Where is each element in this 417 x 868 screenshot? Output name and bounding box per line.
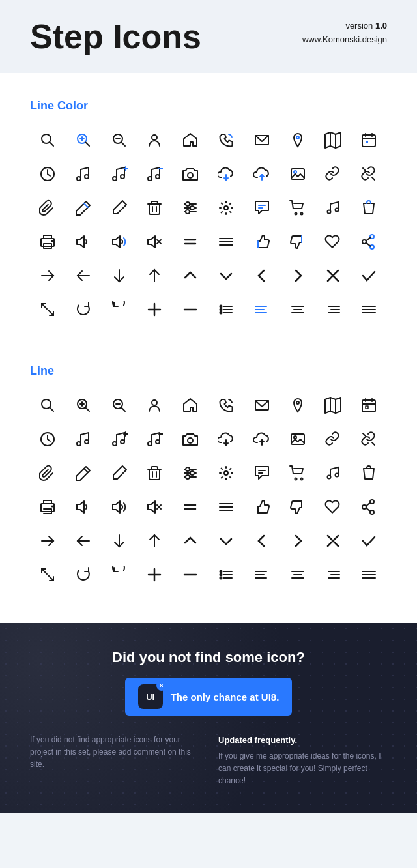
svg-rect-121	[366, 406, 368, 409]
arrow-left-icon	[66, 260, 101, 291]
svg-point-30	[188, 173, 193, 178]
badge-number: 8	[156, 680, 167, 691]
svg-point-34	[294, 171, 296, 173]
version-info: version 1.0 www.Komonski.design	[302, 20, 387, 47]
footer-cta: Did you not find some icon? UI 8 The onl…	[30, 649, 387, 716]
clock-icon	[30, 158, 65, 190]
svg-line-109	[121, 408, 125, 412]
trash2-icon	[137, 457, 172, 489]
svg-line-35	[363, 168, 366, 171]
phone-icon	[208, 124, 244, 156]
home2-icon	[173, 390, 208, 421]
heart2-icon	[315, 491, 351, 523]
svg-point-23	[113, 177, 117, 181]
footer-col-left: If you did not find appropriate icons fo…	[30, 734, 199, 787]
svg-point-111	[152, 400, 157, 405]
svg-line-173	[366, 502, 371, 506]
ui8-logo: UI 8	[138, 684, 163, 709]
share-icon	[351, 226, 386, 257]
close-icon	[315, 260, 351, 291]
check-icon	[351, 260, 386, 291]
svg-point-187	[220, 574, 222, 576]
svg-point-21	[77, 177, 81, 181]
cloud-upload2-icon	[244, 424, 280, 455]
thumbs-down-icon	[280, 226, 315, 257]
pen-icon	[102, 192, 137, 224]
menu2-icon	[208, 491, 244, 523]
search-icon	[30, 124, 65, 156]
sliders-icon	[173, 192, 208, 224]
music-minus2-icon	[137, 424, 172, 455]
svg-point-27	[148, 177, 152, 181]
svg-point-186	[220, 571, 222, 573]
svg-point-130	[156, 440, 160, 444]
plus2-icon	[137, 559, 172, 590]
svg-point-147	[190, 471, 194, 475]
svg-point-129	[148, 442, 152, 446]
equals-icon	[173, 226, 208, 257]
chat-icon	[244, 192, 280, 224]
svg-line-181	[42, 569, 47, 574]
calendar2-icon	[351, 390, 386, 421]
footer-right-title: Updated frequently.	[218, 734, 387, 747]
footer-cta-title: Did you not find some icon?	[30, 649, 387, 666]
attach2-icon	[30, 457, 65, 489]
list-icon	[208, 294, 244, 325]
location-icon	[280, 124, 315, 156]
clock2-icon	[30, 424, 65, 455]
map2-icon	[315, 390, 351, 421]
align-right-icon	[315, 294, 351, 325]
svg-rect-33	[291, 169, 304, 179]
svg-line-105	[85, 408, 89, 412]
svg-line-72	[366, 242, 371, 246]
footer-bottom: If you did not find appropriate icons fo…	[30, 734, 387, 787]
plus-icon	[137, 294, 172, 325]
svg-point-124	[85, 440, 89, 444]
check2-icon	[351, 525, 386, 557]
chevron-right2-icon	[280, 525, 315, 557]
svg-point-45	[190, 206, 194, 210]
svg-point-136	[294, 436, 296, 439]
music-note-icon	[315, 192, 351, 224]
svg-point-53	[336, 209, 339, 212]
camera-icon	[173, 158, 208, 190]
svg-line-7	[121, 143, 125, 147]
calendar-icon	[351, 124, 386, 156]
svg-line-79	[42, 304, 47, 309]
align-center2-icon	[280, 559, 315, 590]
icon-grid-color	[30, 124, 387, 325]
footer-badge[interactable]: UI 8 The only chance at UI8.	[125, 678, 293, 716]
svg-rect-15	[362, 135, 375, 147]
thumbs-up-icon	[244, 226, 280, 257]
chevron-up-icon	[173, 260, 208, 291]
svg-line-138	[372, 442, 375, 445]
svg-line-37	[84, 203, 88, 207]
refresh2-icon	[66, 559, 101, 590]
svg-point-51	[300, 213, 302, 215]
music-icon	[66, 158, 101, 190]
svg-point-132	[188, 438, 193, 443]
section-line-color-label: Line Color	[30, 99, 387, 113]
svg-point-47	[224, 206, 228, 210]
arrow-up-icon	[137, 260, 172, 291]
svg-point-148	[186, 475, 190, 479]
volume-low2-icon	[66, 491, 101, 523]
svg-point-126	[121, 440, 124, 444]
svg-point-123	[77, 442, 81, 446]
svg-marker-158	[77, 501, 84, 513]
print2-icon	[30, 491, 65, 523]
svg-point-125	[113, 442, 117, 446]
image2-icon	[280, 424, 315, 455]
music2-icon	[66, 424, 101, 455]
svg-point-146	[186, 467, 190, 471]
svg-line-3	[85, 143, 89, 147]
align-left-icon	[244, 294, 280, 325]
svg-marker-57	[113, 236, 120, 248]
trash-icon	[137, 192, 172, 224]
arrow-up2-icon	[137, 525, 172, 557]
badge-text: The only chance at UI8.	[171, 691, 280, 702]
footer-right-content: Updated frequently. If you give me appro…	[218, 734, 387, 787]
unlink2-icon	[351, 424, 386, 455]
footer-left-text: If you did not find appropriate icons fo…	[30, 734, 199, 772]
arrow-right2-icon	[30, 525, 65, 557]
